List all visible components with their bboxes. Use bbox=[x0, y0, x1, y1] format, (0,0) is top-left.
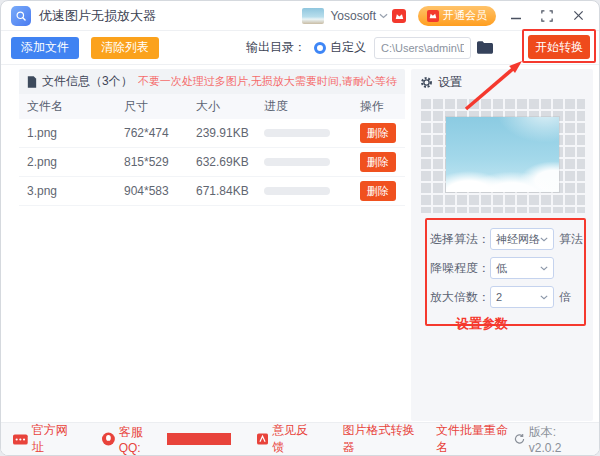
scale-value: 2 bbox=[496, 291, 502, 303]
file-name: 2.png bbox=[27, 155, 124, 169]
website-icon bbox=[13, 434, 28, 445]
qq-number-redaction bbox=[167, 433, 231, 445]
algorithm-label: 选择算法： bbox=[430, 231, 490, 248]
scale-suffix: 倍 bbox=[559, 289, 571, 306]
toolbar: 添加文件 清除列表 输出目录： 自定义 bbox=[1, 31, 599, 65]
account-name[interactable]: Yososoft bbox=[330, 9, 376, 23]
add-files-button[interactable]: 添加文件 bbox=[11, 37, 79, 59]
file-size: 632.69KB bbox=[196, 155, 264, 169]
progress-bar bbox=[264, 187, 330, 195]
scale-label: 放大倍数： bbox=[430, 289, 490, 306]
file-dimensions: 815*529 bbox=[124, 155, 196, 169]
footer: 官方网址 客服QQ: 意见反馈 图片格式转换器 文件批量重命名 版本: v2.0… bbox=[1, 422, 599, 455]
file-dimensions: 904*583 bbox=[124, 184, 196, 198]
col-progress: 进度 bbox=[264, 98, 360, 115]
file-size: 239.91KB bbox=[196, 126, 264, 140]
feedback-label: 意见反馈 bbox=[272, 422, 316, 456]
open-vip-button[interactable]: 开通会员 bbox=[418, 6, 496, 26]
clear-list-button[interactable]: 清除列表 bbox=[91, 37, 159, 59]
close-button[interactable] bbox=[567, 5, 589, 27]
delete-button[interactable]: 删除 bbox=[360, 181, 396, 201]
algorithm-suffix: 算法 bbox=[559, 231, 583, 248]
start-convert-button[interactable]: 开始转换 bbox=[528, 35, 590, 59]
delete-button[interactable]: 删除 bbox=[360, 123, 396, 143]
algorithm-select[interactable]: 神经网络 bbox=[490, 228, 554, 250]
denoise-label: 降噪程度： bbox=[430, 260, 490, 277]
denoise-value: 低 bbox=[496, 261, 507, 276]
file-list-panel: 文件信息（3个） 不要一次处理过多图片,无损放大需要时间,请耐心等待 文件名 尺… bbox=[19, 69, 405, 421]
version-info[interactable]: 版本: v2.0.2 bbox=[514, 424, 587, 455]
table-row: 1.png 762*474 239.91KB 删除 bbox=[19, 119, 405, 148]
app-window: 优速图片无损放大器 Yososoft 开通会员 添加文件 清除列表 输出目录： bbox=[0, 0, 600, 456]
document-icon bbox=[27, 76, 37, 88]
file-name: 1.png bbox=[27, 126, 124, 140]
col-filename: 文件名 bbox=[27, 98, 124, 115]
transparency-checkerboard bbox=[419, 97, 585, 213]
file-warning-text: 不要一次处理过多图片,无损放大需要时间,请耐心等待 bbox=[138, 74, 397, 89]
table-row: 3.png 904*583 671.84KB 删除 bbox=[19, 177, 405, 206]
chevron-down-icon bbox=[540, 266, 548, 271]
file-dimensions: 762*474 bbox=[124, 126, 196, 140]
version-label: 版本: v2.0.2 bbox=[529, 424, 587, 455]
service-qq-label: 客服QQ: bbox=[119, 424, 161, 455]
col-dimensions: 尺寸 bbox=[124, 98, 196, 115]
gear-icon bbox=[420, 76, 433, 89]
service-qq[interactable]: 客服QQ: bbox=[102, 424, 231, 455]
scale-select[interactable]: 2 bbox=[490, 286, 554, 308]
settings-annotation-text: 设置参数 bbox=[456, 315, 593, 333]
table-header: 文件名 尺寸 大小 进度 操作 bbox=[19, 94, 405, 119]
chevron-down-icon[interactable] bbox=[379, 13, 388, 19]
file-info-header: 文件信息（3个） 不要一次处理过多图片,无损放大需要时间,请耐心等待 bbox=[19, 69, 405, 94]
settings-controls: 选择算法： 神经网络 算法 降噪程度： 低 放大倍数： 2 bbox=[411, 228, 593, 333]
custom-dir-radio[interactable] bbox=[314, 42, 326, 54]
feedback-icon bbox=[257, 433, 268, 445]
maximize-button[interactable] bbox=[536, 5, 558, 27]
app-logo-icon bbox=[11, 6, 31, 26]
chevron-down-icon bbox=[540, 295, 548, 300]
col-action: 操作 bbox=[360, 98, 397, 115]
batch-rename-link[interactable]: 文件批量重命名 bbox=[436, 422, 514, 456]
official-website-link[interactable]: 官方网址 bbox=[13, 422, 76, 456]
custom-dir-label[interactable]: 自定义 bbox=[330, 39, 366, 56]
denoise-select[interactable]: 低 bbox=[490, 257, 554, 279]
chevron-down-icon bbox=[540, 237, 548, 242]
format-converter-link[interactable]: 图片格式转换器 bbox=[342, 422, 420, 456]
app-title: 优速图片无损放大器 bbox=[39, 7, 156, 25]
output-path-input[interactable] bbox=[374, 37, 471, 59]
progress-bar bbox=[264, 129, 330, 137]
table-row: 2.png 815*529 632.69KB 删除 bbox=[19, 148, 405, 177]
settings-title: 设置 bbox=[438, 74, 462, 91]
titlebar: 优速图片无损放大器 Yososoft 开通会员 bbox=[1, 1, 599, 31]
feedback-link[interactable]: 意见反馈 bbox=[257, 422, 316, 456]
vip-badge-icon[interactable] bbox=[392, 9, 406, 23]
progress-bar bbox=[264, 158, 330, 166]
folder-browse-icon[interactable] bbox=[477, 41, 493, 54]
preview-image bbox=[446, 117, 559, 192]
col-size: 大小 bbox=[196, 98, 264, 115]
refresh-icon bbox=[514, 433, 525, 445]
delete-button[interactable]: 删除 bbox=[360, 152, 396, 172]
open-vip-label: 开通会员 bbox=[443, 8, 487, 23]
user-avatar[interactable] bbox=[302, 8, 324, 24]
qq-icon bbox=[102, 432, 115, 446]
algorithm-value: 神经网络 bbox=[496, 232, 540, 247]
file-info-title: 文件信息（3个） bbox=[42, 73, 133, 90]
official-website-label: 官方网址 bbox=[32, 422, 76, 456]
settings-header: 设置 bbox=[411, 69, 593, 95]
file-size: 671.84KB bbox=[196, 184, 264, 198]
settings-panel: 设置 选择算法： 神经网络 算法 降噪程度： 低 放大倍 bbox=[411, 69, 593, 421]
output-dir-label: 输出目录： bbox=[246, 39, 306, 56]
vip-mini-icon bbox=[427, 10, 439, 22]
minimize-button[interactable] bbox=[505, 5, 527, 27]
file-name: 3.png bbox=[27, 184, 124, 198]
